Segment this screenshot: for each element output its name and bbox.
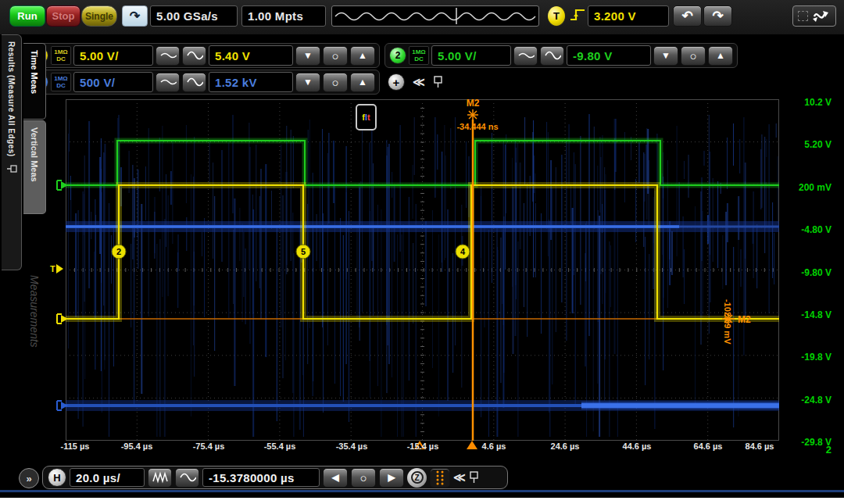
memory-depth-field[interactable]: 1.00 Mpts (241, 5, 326, 27)
channel2-button[interactable]: 2 (389, 47, 406, 64)
channel2-group: 2 1MΩ DC 5.00 V/ -9.80 V ▼ ○ ▲ (384, 43, 738, 68)
stop-button[interactable]: Stop (46, 5, 80, 27)
right-axis-label: -19.8 V (774, 352, 831, 363)
trigger-level-letter: T (50, 264, 55, 273)
m2-right-label: M2 (738, 314, 751, 325)
waveform-preview[interactable] (331, 5, 539, 27)
channel3-offset-field[interactable]: 1.52 kV (209, 72, 293, 92)
channel2-scale-fine-icon[interactable] (513, 46, 538, 66)
run-button[interactable]: Run (9, 5, 45, 27)
right-axis-label: -9.80 V (774, 267, 831, 278)
channel2-scale-coarse-icon[interactable] (540, 46, 564, 66)
trigger-level-field[interactable]: 3.200 V (588, 5, 669, 27)
ch1-ground-marker[interactable] (55, 313, 69, 328)
channel2-impedance: 1MΩ (412, 48, 426, 55)
channel2-offset-field[interactable]: -9.80 V (567, 45, 651, 66)
channel3-scale-coarse-icon[interactable] (182, 73, 206, 92)
undo-button[interactable]: ↶ (673, 5, 702, 27)
time-axis-label: -55.4 µs (264, 441, 296, 451)
channel2-offset-down-button[interactable]: ▼ (653, 46, 678, 66)
delay-left-button[interactable]: ◀ (323, 468, 348, 488)
tab-vertical-meas[interactable]: Vertical Meas (23, 120, 46, 214)
pin-icon[interactable] (469, 471, 480, 484)
collapse-channel-bar-icon[interactable]: ≪ (413, 75, 425, 89)
scope-display[interactable]: M2-34.444 nsM2-102.69 mV254 (66, 99, 779, 441)
pin-icon[interactable] (6, 164, 17, 173)
right-axis-label: 10.2 V (774, 97, 831, 108)
channel3-group: 3 1MΩ DC 500 V/ 1.52 kV ▼ ○ ▲ (27, 70, 380, 95)
dotted-lines-icon (433, 470, 447, 485)
oscilloscope-screen: Run Stop Single ↷ 5.00 GSa/s 1.00 Mpts T… (0, 0, 844, 498)
channel3-scale-field[interactable]: 500 V/ (73, 72, 153, 92)
time-axis-label: 24.6 µs (551, 441, 580, 451)
results-panel-tab[interactable]: Results (Measure All Edges) (2, 34, 22, 270)
zoom-mode-button[interactable]: Z (407, 468, 427, 488)
tab-time-meas[interactable]: Time Meas (23, 43, 46, 120)
collapse-bottom-bar-icon[interactable]: ≪ (453, 470, 466, 484)
channel3-coupling: DC (56, 82, 66, 89)
channel2-scale-field[interactable]: 5.00 V/ (431, 45, 511, 66)
channel1-coupling-badge[interactable]: 1MΩ DC (51, 46, 71, 65)
add-channel-button[interactable]: + (388, 73, 405, 91)
trigger-source-badge[interactable]: T (547, 5, 566, 27)
timebase-zoom-out-icon[interactable] (175, 468, 199, 488)
time-axis-label: -95.4 µs (121, 441, 153, 451)
touch-gesture-icon[interactable]: ↷ (122, 5, 148, 27)
right-axis-label: -4.80 V (774, 224, 831, 235)
timebase-zoom-in-icon[interactable] (148, 468, 172, 488)
channel1-offset-knob-button[interactable]: ○ (323, 46, 348, 66)
channel-row-1: 1 1MΩ DC 5.00 V/ 5.40 V ▼ ○ ▲ 2 1MΩ DC 5… (27, 43, 738, 68)
screen-bottom-edge (0, 490, 844, 492)
ch3-ground-marker[interactable] (55, 399, 69, 415)
right-axis-label: -14.8 V (774, 309, 831, 320)
m2-right-marker[interactable]: M2-102.69 mV (722, 299, 751, 345)
delay-knob-button[interactable]: ○ (351, 468, 376, 488)
bottom-toolbar: H 20.0 µs/ -15.3780000 µs ◀ ○ ▶ Z ≪ (0, 464, 844, 490)
right-axis-label: -24.8 V (774, 395, 831, 406)
m2-right-value: -102.69 mV (723, 299, 732, 345)
delay-right-button[interactable]: ▶ (379, 468, 404, 488)
single-button[interactable]: Single (81, 5, 117, 27)
timebase-field[interactable]: 20.0 µs/ (70, 468, 145, 487)
horizontal-group: H 20.0 µs/ -15.3780000 µs ◀ ○ ▶ Z ≪ (42, 466, 508, 489)
channel1-scale-fine-icon[interactable] (156, 46, 180, 66)
channel1-scale-field[interactable]: 5.00 V/ (73, 45, 153, 66)
sample-rate-field[interactable]: 5.00 GSa/s (150, 5, 238, 27)
channel3-offset-down-button[interactable]: ▼ (295, 73, 320, 92)
time-axis-label: -115 µs (61, 441, 90, 451)
pin-icon[interactable] (433, 76, 444, 88)
channel1-offset-field[interactable]: 5.40 V (209, 45, 293, 66)
horizontal-badge[interactable]: H (48, 468, 66, 487)
channel2-coupling-badge[interactable]: 1MΩ DC (409, 46, 429, 65)
channel2-coupling: DC (414, 55, 424, 63)
tab-time-meas-label: Time Meas (30, 50, 39, 94)
delay-field[interactable]: -15.3780000 µs (202, 468, 320, 487)
channel3-impedance: 1MΩ (54, 75, 68, 82)
trigger-level-marker[interactable]: T (50, 264, 63, 273)
channel1-scale-coarse-icon[interactable] (182, 46, 206, 66)
channel3-offset-up-button[interactable]: ▲ (350, 73, 375, 92)
channel3-scale-fine-icon[interactable] (156, 73, 180, 92)
filter-badge[interactable]: flt (356, 104, 377, 130)
measurements-watermark: Measurements (28, 275, 41, 348)
channel2-offset-knob-button[interactable]: ○ (681, 46, 706, 66)
redo-button[interactable]: ↷ (703, 5, 732, 27)
trigger-level-arrow-icon (56, 264, 63, 273)
channel1-offset-down-button[interactable]: ▼ (295, 46, 320, 66)
time-axis-label: 84.6 µs (746, 441, 774, 451)
m2-star-icon (467, 109, 478, 120)
channel2-offset-up-button[interactable]: ▲ (708, 46, 733, 66)
time-axis-label: 4.6 µs (482, 441, 506, 451)
trigger-slope-icon[interactable] (569, 5, 586, 27)
channel1-offset-up-button[interactable]: ▲ (350, 46, 375, 66)
channel3-offset-knob-button[interactable]: ○ (323, 73, 348, 92)
channel-bar-extras: + ≪ (384, 70, 444, 95)
time-axis-label: -75.4 µs (193, 441, 225, 451)
top-toolbar: Run Stop Single ↷ 5.00 GSa/s 1.00 Mpts T… (0, 0, 844, 34)
search-events-button[interactable] (430, 468, 450, 488)
channel3-coupling-badge[interactable]: 1MΩ DC (51, 73, 71, 91)
svg-text:2: 2 (116, 247, 121, 256)
ch2-ground-marker[interactable] (55, 179, 69, 195)
time-axis-label: 64.6 µs (694, 441, 723, 451)
right-axis-label: 200 mV (774, 182, 831, 193)
